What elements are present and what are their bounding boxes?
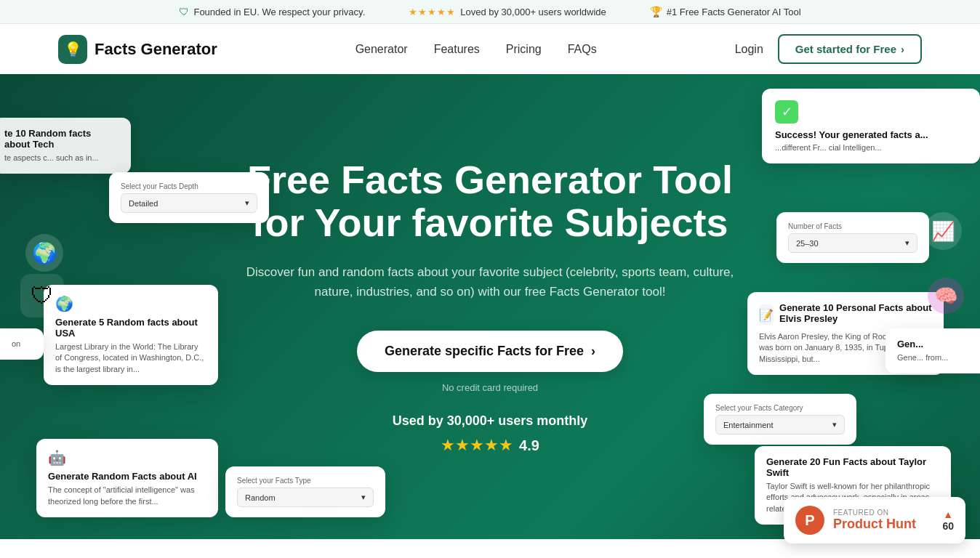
stars-icon: ★★★★★	[409, 7, 456, 17]
hero-content: Free Facts Generator Tool for Your favor…	[236, 158, 744, 455]
card-elvis-icon: 📝	[759, 304, 774, 325]
logo-text: Facts Generator	[95, 40, 217, 59]
hero-rating: ★★★★★ 4.9	[236, 436, 744, 455]
hero-score: 4.9	[519, 437, 539, 454]
topbar-users-text: Loved by 30,000+ users worldwide	[460, 7, 606, 17]
nav-faqs[interactable]: FAQs	[568, 43, 597, 55]
shield-icon: 🛡	[179, 6, 189, 17]
card-ai-body: The concept of "artificial intelligence"…	[48, 485, 206, 507]
trophy-icon: 🏆	[650, 6, 662, 17]
topbar-privacy-text: Founded in EU. We respect your privacy.	[193, 7, 365, 17]
topbar-ranking-text: #1 Free Facts Generator AI Tool	[667, 7, 801, 17]
card-partial-body: Gene... from...	[897, 352, 968, 363]
card-partial-right: Gen... Gene... from...	[885, 328, 980, 373]
card-success: ✓ Success! Your generated facts a... ...…	[762, 89, 980, 163]
card-usa-icon: 🌍	[55, 295, 206, 312]
success-title: Success! Your generated facts a...	[775, 129, 967, 140]
card-taylor-title: Generate 20 Fun Facts about Taylor Swift	[766, 456, 939, 478]
hero-stars: ★★★★★	[441, 436, 513, 455]
ph-featured-label: FEATURED ON	[833, 509, 916, 517]
generate-facts-button[interactable]: Generate specific Facts for Free ›	[357, 331, 623, 372]
no-card-text: No credit card required	[236, 382, 744, 393]
globe-shield-group: 🌍	[25, 234, 63, 272]
hero-subtitle: Discover fun and random facts about your…	[236, 262, 744, 302]
login-button[interactable]: Login	[735, 43, 763, 56]
brain-icon-group: 🧠	[928, 278, 964, 314]
ph-count: 60	[942, 520, 954, 532]
card-usa-facts: 🌍 Generate 5 Random facts about USA Larg…	[44, 285, 218, 385]
logo-link[interactable]: 💡 Facts Generator	[58, 35, 217, 64]
ph-arrow-icon: ▲	[943, 509, 953, 520]
topbar-ranking: 🏆 #1 Free Facts Generator AI Tool	[650, 6, 801, 17]
globe-icon: 🌍	[25, 234, 63, 272]
card-elvis-body: Elvis Aaron Presley, the King of Rock an…	[759, 331, 932, 365]
card-elvis-title: Generate 10 Personal Facts about Elvis P…	[779, 302, 932, 324]
card-tech-facts: te 10 Random facts about Tech te aspects…	[0, 118, 131, 174]
product-hunt-badge[interactable]: P FEATURED ON Product Hunt ▲ 60	[784, 497, 965, 539]
brain-icon: 🧠	[928, 278, 964, 314]
topbar: 🛡 Founded in EU. We respect your privacy…	[0, 0, 980, 24]
type-dropdown[interactable]: Random ▾	[237, 488, 374, 507]
product-hunt-icon: P	[795, 506, 824, 535]
hero-users-text: Used by 30,000+ users monthly	[236, 413, 744, 429]
card-usa-title: Generate 5 Random facts about USA	[55, 317, 206, 339]
card-ai-facts: 🤖 Generate Random Facts about AI The con…	[36, 439, 218, 517]
number-dropdown[interactable]: 25–30 ▾	[788, 233, 917, 253]
navbar: 💡 Facts Generator Generator Features Pri…	[0, 24, 980, 74]
nav-right: Login Get started for Free ›	[735, 34, 922, 64]
nav-features[interactable]: Features	[434, 43, 480, 55]
ph-title: Product Hunt	[833, 517, 916, 532]
card-number-select: Number of Facts 25–30 ▾	[776, 212, 929, 263]
shield-group: 🛡	[20, 274, 64, 318]
get-started-button[interactable]: Get started for Free ›	[778, 34, 922, 64]
card-tech-title: te 10 Random facts about Tech	[4, 128, 119, 150]
topbar-privacy: 🛡 Founded in EU. We respect your privacy…	[179, 6, 365, 17]
ph-votes: ▲ 60	[942, 509, 954, 532]
card-ai-icon: 🤖	[48, 449, 206, 466]
chart-icon: 📈	[924, 212, 962, 250]
card-partial-left-body: on	[12, 339, 32, 349]
card-usa-body: Largest Library in the World: The Librar…	[55, 341, 206, 375]
card-type-select: Select your Facts Type Random ▾	[225, 466, 385, 517]
card-partial-title: Gen...	[897, 339, 968, 349]
card-number-label: Number of Facts	[788, 222, 917, 230]
nav-generator[interactable]: Generator	[356, 43, 408, 55]
card-elvis-facts: 📝 Generate 10 Personal Facts about Elvis…	[747, 292, 944, 375]
shield-deco-icon: 🛡	[20, 274, 64, 318]
topbar-users: ★★★★★ Loved by 30,000+ users worldwide	[409, 7, 606, 17]
nav-links: Generator Features Pricing FAQs	[356, 43, 597, 56]
nav-pricing[interactable]: Pricing	[506, 43, 542, 55]
card-tech-body: te aspects c... such as in...	[4, 153, 119, 163]
logo-icon: 💡	[58, 35, 87, 64]
success-body: ...different Fr... cial Intelligen...	[775, 143, 967, 152]
success-check-icon: ✓	[775, 100, 798, 124]
chart-icon-group: 📈	[924, 212, 962, 250]
product-hunt-text: FEATURED ON Product Hunt	[833, 509, 916, 532]
card-ai-title: Generate Random Facts about AI	[48, 471, 206, 482]
hero-section: te 10 Random facts about Tech te aspects…	[0, 74, 980, 539]
hero-title: Free Facts Generator Tool for Your favor…	[236, 158, 744, 245]
card-partial-left: on	[0, 328, 44, 360]
card-type-label: Select your Facts Type	[237, 477, 374, 485]
